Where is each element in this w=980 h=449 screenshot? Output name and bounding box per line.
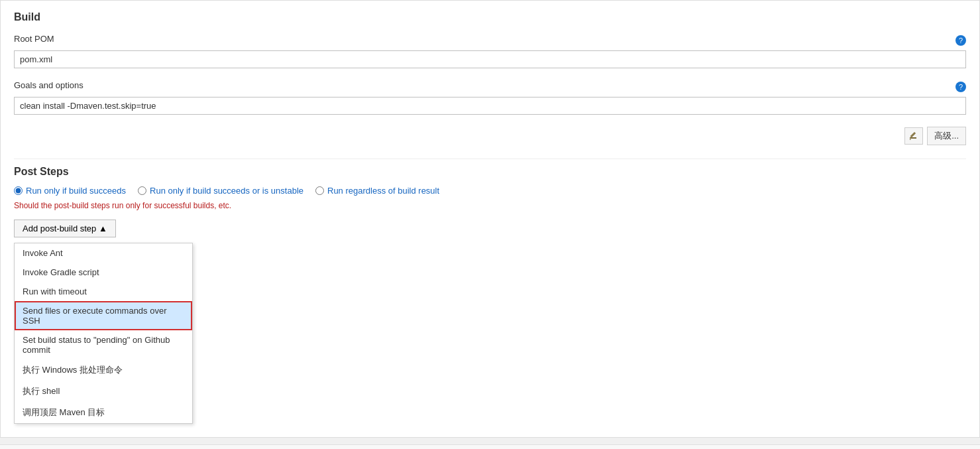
svg-rect-0 (910, 137, 916, 139)
post-steps-description: Should the post-build steps run only for… (14, 201, 966, 210)
edit-icon (908, 131, 919, 141)
dropdown-item-invoke-gradle[interactable]: Invoke Gradle script (15, 263, 192, 282)
radio-option-always[interactable]: Run regardless of build result (315, 186, 439, 196)
svg-rect-1 (910, 132, 916, 137)
radio-always-label: Run regardless of build result (327, 186, 439, 196)
root-pom-label: Root POM (14, 34, 54, 44)
dropdown-item-run-timeout[interactable]: Run with timeout (15, 282, 192, 301)
root-pom-input[interactable] (14, 50, 966, 68)
radio-unstable-label: Run only if build succeeds or is unstabl… (150, 186, 303, 196)
add-post-build-step-button[interactable]: Add post-build step ▲ (14, 220, 116, 237)
goals-options-label: Goals and options (14, 80, 83, 90)
dropdown-item-ssh[interactable]: Send files or execute commands over SSH (15, 301, 192, 330)
radio-option-unstable[interactable]: Run only if build succeeds or is unstabl… (138, 186, 303, 196)
radio-success-label: Run only if build succeeds (26, 186, 126, 196)
advanced-button[interactable]: 高级... (927, 127, 966, 145)
dropdown-item-github-status[interactable]: Set build status to "pending" on Github … (15, 330, 192, 359)
build-section-title: Build (14, 11, 966, 26)
post-steps-section-title: Post Steps (14, 166, 966, 178)
radio-option-success[interactable]: Run only if build succeeds (14, 186, 126, 196)
dropdown-item-windows-batch[interactable]: 执行 Windows 批处理命令 (15, 359, 192, 381)
svg-marker-2 (910, 139, 911, 140)
root-pom-help-icon[interactable]: ? (955, 35, 966, 46)
goals-options-input[interactable] (14, 97, 966, 115)
footer-bar: 保存 应用 https://blog.csdn.net/wangyue29com (0, 444, 980, 449)
post-build-step-dropdown: Invoke Ant Invoke Gradle script Run with… (14, 243, 193, 424)
goals-options-help-icon[interactable]: ? (955, 82, 966, 92)
edit-icon-button[interactable] (904, 127, 923, 145)
dropdown-item-invoke-ant[interactable]: Invoke Ant (15, 243, 192, 263)
dropdown-item-execute-shell[interactable]: 执行 shell (15, 381, 192, 402)
radio-group: Run only if build succeeds Run only if b… (14, 186, 966, 196)
dropdown-item-maven-target[interactable]: 调用顶层 Maven 目标 (15, 402, 192, 423)
